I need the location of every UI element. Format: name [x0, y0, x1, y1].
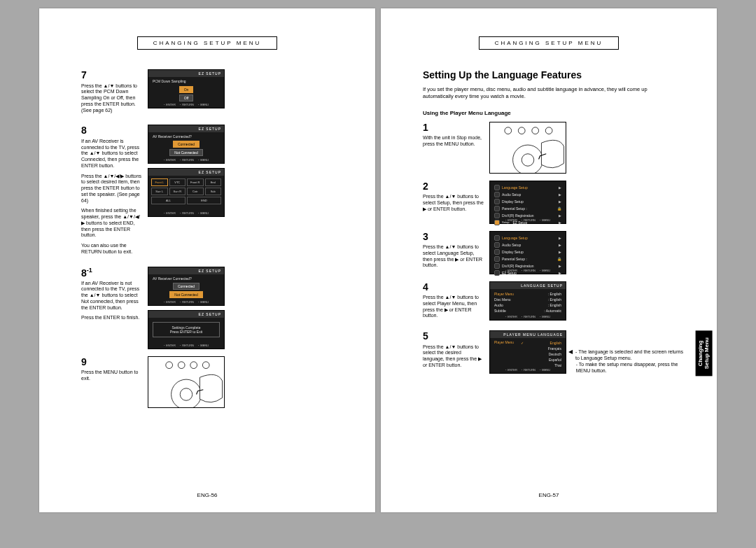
tv-screen-setup-menu: Language Setup▶ Audio Setup▶ Display Set…	[489, 181, 566, 224]
remote-illustration	[489, 122, 566, 174]
svg-point-8	[532, 127, 539, 134]
step-text: Press the MENU button to exit.	[81, 370, 142, 382]
svg-point-6	[505, 127, 512, 134]
tv-screen-speaker-grid: EZ SETUP Front LVTCFront REnd Surr LSurr…	[148, 168, 225, 217]
step-text: Press the ▲/▼ buttons to select Player M…	[423, 295, 484, 319]
remote-illustration	[148, 356, 225, 408]
manual-page-right: CHANGING SETUP MENU Setting Up the Langu…	[381, 8, 717, 512]
manual-page-left: CHANGING SETUP MENU 7 Press the ▲/▼ butt…	[39, 8, 375, 512]
svg-point-11	[522, 153, 534, 166]
step-1: 1 With the unit in Stop mode, press the …	[423, 122, 675, 174]
step-number: 2	[423, 181, 484, 193]
svg-point-9	[545, 127, 552, 134]
step-number: 1	[423, 122, 484, 134]
step-number: 5	[423, 330, 484, 343]
tv-screen-setup-menu-2: Language Setup▶ Audio Setup▶ Display Set…	[489, 231, 566, 274]
step-text: With the unit in Stop mode, press the ME…	[423, 135, 484, 148]
page-footer: ENG-56	[39, 492, 375, 498]
step-text: If an AV Receiver is connected to the TV…	[81, 139, 142, 169]
step-4: 4 Press the ▲/▼ buttons to select Player…	[423, 281, 675, 324]
step-9: 9 Press the MENU button to exit.	[81, 356, 333, 408]
step-8: 8 If an AV Receiver is connected to the …	[81, 125, 333, 259]
header-box: CHANGING SETUP MENU	[137, 36, 277, 50]
step-number: 8	[81, 125, 142, 137]
step-number: 3	[423, 231, 484, 244]
step-number: 9	[81, 356, 142, 369]
section-title: Setting Up the Language Features	[423, 69, 675, 80]
step-number: 7	[81, 69, 142, 82]
step-text: If an AV Receiver is not connected to th…	[81, 281, 142, 311]
step-3: 3 Press the ▲/▼ buttons to select Langua…	[423, 231, 675, 274]
svg-point-7	[518, 127, 525, 134]
step-text: Press the ▲/▼ buttons to select Setup, t…	[423, 194, 484, 212]
step-text: Press the ▲/▼ buttons to select Language…	[423, 244, 484, 269]
svg-point-2	[190, 361, 197, 368]
step-text: When finished setting the speaker, press…	[81, 208, 142, 239]
svg-point-10	[513, 145, 543, 173]
step-number: 4	[423, 281, 484, 294]
svg-point-5	[180, 388, 192, 400]
header-box: CHANGING SETUP MENU	[479, 36, 619, 50]
svg-point-1	[178, 361, 185, 368]
tv-screen-language-setup: LANGUAGE SETUP Player Menu: English Disc…	[489, 281, 566, 321]
step-text: Press the ▲/▼ buttons to select the desi…	[423, 344, 484, 369]
step-text: Press the ▲/▼/◀/▶ buttons to select desi…	[81, 174, 142, 204]
tv-screen-pcm: EZ SETUP PCM Down Sampling On Off ENTERR…	[148, 69, 225, 108]
step-text: Press the ENTER to finish.	[81, 315, 142, 321]
option-off: Off	[179, 94, 194, 101]
tv-screen-av-not-connected: EZ SETUP AV Receiver Connected? Connecte…	[148, 267, 225, 306]
side-tab: ChangingSetup Menu	[696, 330, 713, 376]
step-7: 7 Press the ▲/▼ buttons to select the PC…	[81, 69, 333, 118]
subheading: Using the Player Menu Language	[423, 110, 675, 116]
step-text: Press the ▲/▼ buttons to select the PCM …	[81, 83, 142, 114]
tv-screen-player-menu-lang: PLAYER MENU LANGUAGE Player Menu ✓Englis…	[489, 330, 566, 374]
tv-screen-av-connected: EZ SETUP AV Receiver Connected? Connecte…	[148, 125, 225, 164]
left-arrow-icon: ◀	[568, 349, 573, 361]
note-block: ◀- The language is selected and the scre…	[568, 349, 687, 374]
step-8-1: 8-1 If an AV Receiver is not connected t…	[81, 267, 333, 349]
option-on: On	[179, 86, 194, 93]
page-footer: ENG-57	[381, 492, 717, 498]
tv-screen-complete: EZ SETUP Settings Complete Press ENTER t…	[148, 310, 225, 349]
svg-point-3	[202, 361, 209, 368]
intro-text: If you set the player menu, disc menu, a…	[423, 86, 675, 100]
svg-point-0	[166, 361, 173, 368]
step-number: 8-1	[81, 267, 142, 279]
step-2: 2 Press the ▲/▼ buttons to select Setup,…	[423, 181, 675, 224]
step-text: You can also use the RETURN button to ex…	[81, 243, 142, 255]
